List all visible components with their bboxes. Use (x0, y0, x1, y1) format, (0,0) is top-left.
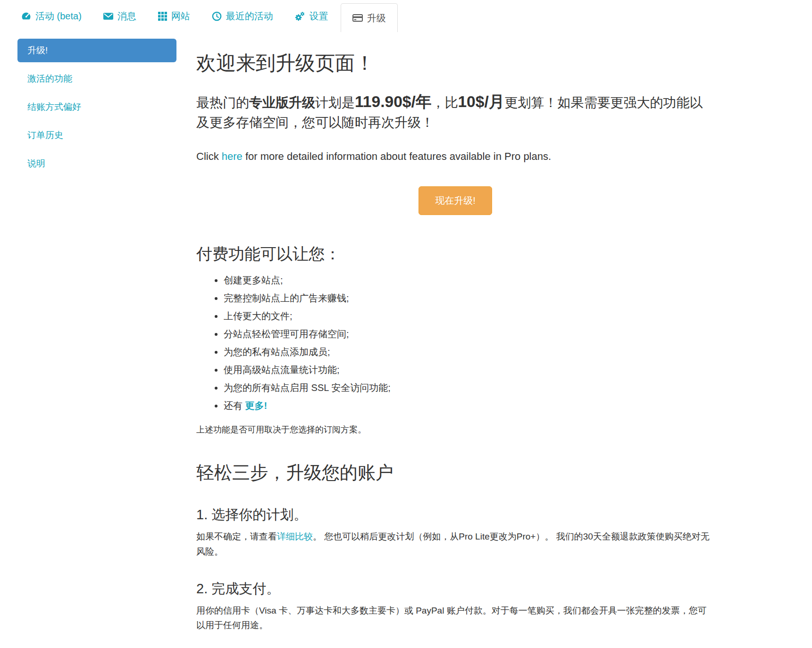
intro-paragraph: 最热门的专业版升级计划是119.90$/年，比10$/月更划算！如果需要更强大的… (196, 91, 714, 132)
tab-label: 网站 (171, 10, 190, 23)
step-2-title: 2. 完成支付。 (196, 580, 714, 598)
feature-item: 为您的所有站点启用 SSL 安全访问功能; (224, 381, 714, 395)
envelope-icon (103, 12, 113, 20)
upgrade-now-button[interactable]: 现在升级! (419, 186, 492, 215)
pro-info-line: Click here for more detailed information… (196, 150, 714, 163)
dashboard-icon (21, 11, 31, 21)
features-note: 上述功能是否可用取决于您选择的订阅方案。 (196, 424, 714, 435)
feature-item: 使用高级站点流量统计功能; (224, 363, 714, 377)
sidebar-item-upgrade[interactable]: 升级! (17, 39, 176, 62)
tab-label: 最近的活动 (226, 10, 273, 23)
price-per-year: 119.90$/年 (355, 93, 431, 110)
tab-messages[interactable]: 消息 (94, 0, 146, 32)
tab-sites[interactable]: 网站 (149, 0, 200, 32)
sidebar-item-order-history[interactable]: 订单历史 (17, 124, 176, 147)
plan-name: 专业版升级 (249, 95, 315, 110)
clock-icon (212, 11, 222, 21)
sidebar-item-activated-features[interactable]: 激活的功能 (17, 67, 176, 91)
tab-label: 消息 (117, 10, 136, 23)
price-per-month: 10$/月 (458, 93, 504, 110)
tab-recent-activity[interactable]: 最近的活动 (202, 0, 283, 32)
tab-activity[interactable]: 活动 (beta) (12, 0, 91, 32)
tab-settings[interactable]: 设置 (285, 0, 338, 32)
sidebar-item-billing-preferences[interactable]: 结账方式偏好 (17, 95, 176, 119)
page-title: 欢迎来到升级页面！ (196, 50, 714, 76)
tab-label: 升级 (367, 12, 386, 25)
feature-item: 分站点轻松管理可用存储空间; (224, 327, 714, 341)
feature-item: 为您的私有站点添加成员; (224, 345, 714, 359)
feature-item: 创建更多站点; (224, 274, 714, 287)
tab-label: 活动 (beta) (35, 10, 82, 23)
step-1-body: 如果不确定，请查看详细比较。 您也可以稍后更改计划（例如，从Pro Lite更改… (196, 529, 714, 559)
feature-item: 完整控制站点上的广告来赚钱; (224, 291, 714, 305)
credit-card-icon (352, 14, 363, 22)
detailed-comparison-link[interactable]: 详细比较 (277, 532, 313, 541)
main-content: 欢迎来到升级页面！ 最热门的专业版升级计划是119.90$/年，比10$/月更划… (196, 39, 714, 648)
steps-heading: 轻松三步，升级您的账户 (196, 461, 714, 485)
tab-label: 设置 (310, 10, 328, 23)
features-list: 创建更多站点; 完整控制站点上的广告来赚钱; 上传更大的文件; 分站点轻松管理可… (196, 274, 714, 413)
step-2-body: 用你的信用卡（Visa 卡、万事达卡和大多数主要卡）或 PayPal 账户付款。… (196, 603, 714, 633)
gears-icon (295, 11, 305, 21)
tab-upgrade[interactable]: 升级 (341, 3, 398, 32)
step-1-title: 1. 选择你的计划。 (196, 506, 714, 524)
feature-item-more: 还有 更多! (224, 399, 714, 413)
here-link[interactable]: here (222, 150, 243, 162)
grid-icon (158, 12, 167, 21)
page-layout: 升级! 激活的功能 结账方式偏好 订单历史 说明 欢迎来到升级页面！ 最热门的专… (0, 32, 812, 648)
top-tab-bar: 活动 (beta) 消息 网站 最近的活动 (0, 0, 812, 32)
feature-item: 上传更大的文件; (224, 309, 714, 323)
features-heading: 付费功能可以让您： (196, 243, 714, 265)
sidebar: 升级! 激活的功能 结账方式偏好 订单历史 说明 (17, 39, 176, 180)
sidebar-item-notes[interactable]: 说明 (17, 152, 176, 175)
upgrade-button-row: 现在升级! (196, 186, 714, 215)
more-link[interactable]: 更多! (245, 400, 268, 411)
